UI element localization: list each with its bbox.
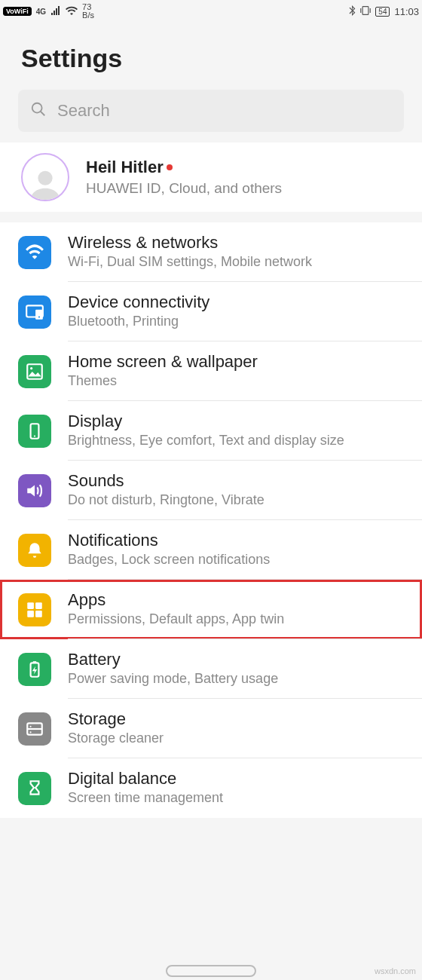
row-title: Digital balance bbox=[68, 769, 413, 789]
page-header: Settings bbox=[0, 23, 422, 90]
row-title: Sounds bbox=[68, 471, 413, 491]
row-title: Device connectivity bbox=[68, 292, 413, 312]
status-bar: VoWiFi 4G 73B/s 54 11:03 bbox=[0, 0, 422, 23]
bluetooth-icon bbox=[348, 5, 356, 18]
setting-row-notifications[interactable]: Notifications Badges, Lock screen notifi… bbox=[0, 520, 422, 580]
data-speed: 73B/s bbox=[82, 3, 94, 20]
setting-row-connectivity[interactable]: Device connectivity Bluetooth, Printing bbox=[0, 282, 422, 341]
nav-pill[interactable] bbox=[166, 965, 256, 977]
row-text: Apps Permissions, Default apps, App twin bbox=[68, 590, 413, 629]
row-title: Home screen & wallpaper bbox=[68, 352, 413, 372]
bell-icon bbox=[18, 534, 51, 567]
svg-point-6 bbox=[38, 316, 40, 317]
storage-icon bbox=[18, 712, 51, 746]
search-icon bbox=[30, 101, 47, 121]
row-title: Display bbox=[68, 412, 413, 431]
setting-row-wireless[interactable]: Wireless & networks Wi-Fi, Dual SIM sett… bbox=[0, 222, 422, 282]
row-text: Sounds Do not disturb, Ringtone, Vibrate bbox=[68, 471, 413, 510]
row-text: Battery Power saving mode, Battery usage bbox=[68, 650, 413, 688]
status-right: 54 11:03 bbox=[348, 5, 419, 18]
devices-icon bbox=[18, 296, 51, 329]
row-subtitle: Permissions, Default apps, App twin bbox=[68, 611, 413, 627]
setting-row-storage[interactable]: Storage Storage cleaner bbox=[0, 699, 422, 758]
svg-line-2 bbox=[41, 112, 45, 116]
svg-point-20 bbox=[30, 731, 32, 733]
status-left: VoWiFi 4G 73B/s bbox=[3, 3, 94, 20]
account-subtitle: HUAWEI ID, Cloud, and others bbox=[86, 180, 413, 197]
row-subtitle: Do not disturb, Ringtone, Vibrate bbox=[68, 492, 413, 508]
svg-rect-16 bbox=[33, 661, 36, 663]
row-text: Device connectivity Bluetooth, Printing bbox=[68, 292, 413, 331]
row-title: Battery bbox=[68, 650, 413, 669]
svg-rect-5 bbox=[35, 309, 43, 319]
clock: 11:03 bbox=[394, 6, 419, 17]
setting-row-sounds[interactable]: Sounds Do not disturb, Ringtone, Vibrate bbox=[0, 461, 422, 520]
watermark: wsxdn.com bbox=[375, 966, 416, 975]
page-title: Settings bbox=[21, 44, 401, 73]
search-box[interactable] bbox=[18, 90, 404, 132]
row-text: Notifications Badges, Lock screen notifi… bbox=[68, 531, 413, 569]
row-title: Notifications bbox=[68, 531, 413, 550]
row-subtitle: Screen time management bbox=[68, 790, 413, 806]
setting-row-display[interactable]: Display Brightness, Eye comfort, Text an… bbox=[0, 401, 422, 461]
vibrate-icon bbox=[360, 5, 371, 18]
hourglass-icon bbox=[18, 772, 51, 805]
notification-dot-icon bbox=[167, 164, 173, 170]
signal-icon bbox=[50, 6, 61, 17]
row-text: Display Brightness, Eye comfort, Text an… bbox=[68, 412, 413, 450]
settings-list: Wireless & networks Wi-Fi, Dual SIM sett… bbox=[0, 222, 422, 818]
phone-icon bbox=[18, 415, 51, 448]
svg-rect-13 bbox=[27, 611, 34, 617]
svg-point-1 bbox=[32, 103, 42, 113]
network-indicator: 4G bbox=[36, 8, 46, 16]
battery-icon bbox=[18, 653, 51, 686]
speaker-icon bbox=[18, 474, 51, 507]
account-text: Heil Hitler HUAWEI ID, Cloud, and others bbox=[86, 158, 413, 197]
wifi-icon bbox=[18, 236, 51, 269]
row-subtitle: Storage cleaner bbox=[68, 730, 413, 746]
row-title: Apps bbox=[68, 590, 413, 610]
row-title: Storage bbox=[68, 709, 413, 729]
setting-row-apps[interactable]: Apps Permissions, Default apps, App twin bbox=[0, 580, 422, 639]
svg-rect-7 bbox=[27, 364, 42, 379]
svg-point-3 bbox=[38, 171, 52, 185]
svg-rect-0 bbox=[362, 6, 368, 14]
row-text: Home screen & wallpaper Themes bbox=[68, 352, 413, 390]
svg-point-10 bbox=[34, 435, 35, 436]
setting-row-digital[interactable]: Digital balance Screen time management bbox=[0, 758, 422, 818]
svg-point-8 bbox=[30, 367, 32, 369]
row-subtitle: Bluetooth, Printing bbox=[68, 314, 413, 329]
row-text: Storage Storage cleaner bbox=[68, 709, 413, 748]
svg-point-19 bbox=[30, 725, 32, 727]
row-subtitle: Power saving mode, Battery usage bbox=[68, 671, 413, 687]
row-subtitle: Brightness, Eye comfort, Text and displa… bbox=[68, 433, 413, 449]
row-text: Digital balance Screen time management bbox=[68, 769, 413, 807]
avatar bbox=[21, 153, 69, 201]
setting-row-battery[interactable]: Battery Power saving mode, Battery usage bbox=[0, 639, 422, 699]
row-subtitle: Badges, Lock screen notifications bbox=[68, 552, 413, 568]
row-subtitle: Wi-Fi, Dual SIM settings, Mobile network bbox=[68, 254, 413, 270]
account-name: Heil Hitler bbox=[86, 158, 164, 176]
row-subtitle: Themes bbox=[68, 373, 413, 389]
apps-icon bbox=[18, 593, 51, 626]
vowifi-badge: VoWiFi bbox=[3, 7, 32, 16]
wifi-status-icon bbox=[66, 6, 78, 17]
search-container bbox=[0, 90, 422, 142]
svg-rect-12 bbox=[35, 602, 42, 609]
battery-indicator: 54 bbox=[375, 7, 390, 17]
image-icon bbox=[18, 355, 51, 388]
setting-row-home[interactable]: Home screen & wallpaper Themes bbox=[0, 341, 422, 401]
account-row[interactable]: Heil Hitler HUAWEI ID, Cloud, and others bbox=[0, 142, 422, 212]
row-text: Wireless & networks Wi-Fi, Dual SIM sett… bbox=[68, 233, 413, 271]
svg-rect-11 bbox=[27, 602, 34, 609]
row-title: Wireless & networks bbox=[68, 233, 413, 253]
search-input[interactable] bbox=[57, 101, 392, 121]
svg-rect-14 bbox=[35, 611, 42, 617]
